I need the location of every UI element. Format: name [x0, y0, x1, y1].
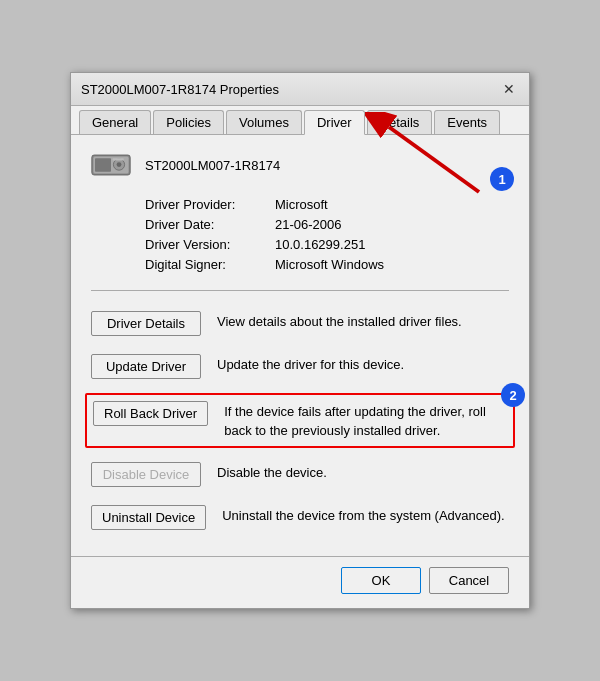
dialog-footer: OK Cancel	[71, 556, 529, 608]
properties-window: ST2000LM007-1R8174 Properties ✕ General …	[70, 72, 530, 608]
tab-policies[interactable]: Policies	[153, 110, 224, 134]
signer-value: Microsoft Windows	[275, 257, 509, 272]
disable-device-description: Disable the device.	[217, 462, 509, 482]
date-value: 21-06-2006	[275, 217, 509, 232]
device-header: ST2000LM007-1R8174	[91, 151, 509, 179]
device-name: ST2000LM007-1R8174	[145, 158, 280, 173]
roll-back-driver-button[interactable]: Roll Back Driver	[93, 401, 208, 426]
device-header-section: ST2000LM007-1R8174 1	[91, 151, 509, 179]
update-driver-row: Update Driver Update the driver for this…	[91, 350, 509, 383]
tab-driver[interactable]: Driver	[304, 110, 365, 135]
driver-tab-content: ST2000LM007-1R8174 1	[71, 135, 529, 555]
provider-value: Microsoft	[275, 197, 509, 212]
tab-bar: General Policies Volumes Driver Details …	[71, 106, 529, 135]
driver-details-row: Driver Details View details about the in…	[91, 307, 509, 340]
svg-point-4	[117, 163, 122, 168]
update-driver-description: Update the driver for this device.	[217, 354, 509, 374]
driver-info-grid: Driver Provider: Microsoft Driver Date: …	[145, 197, 509, 272]
driver-details-description: View details about the installed driver …	[217, 311, 509, 331]
badge-1: 1	[490, 167, 514, 191]
update-driver-button[interactable]: Update Driver	[91, 354, 201, 379]
uninstall-device-row: Uninstall Device Uninstall the device fr…	[91, 501, 509, 534]
signer-label: Digital Signer:	[145, 257, 275, 272]
badge-2: 2	[501, 383, 525, 407]
divider	[91, 290, 509, 291]
tab-details[interactable]: Details	[367, 110, 433, 134]
cancel-button[interactable]: Cancel	[429, 567, 509, 594]
date-label: Driver Date:	[145, 217, 275, 232]
ok-button[interactable]: OK	[341, 567, 421, 594]
disable-device-button: Disable Device	[91, 462, 201, 487]
tab-general[interactable]: General	[79, 110, 151, 134]
tab-volumes[interactable]: Volumes	[226, 110, 302, 134]
close-button[interactable]: ✕	[499, 79, 519, 99]
tab-events[interactable]: Events	[434, 110, 500, 134]
driver-details-button[interactable]: Driver Details	[91, 311, 201, 336]
disable-device-row: Disable Device Disable the device.	[91, 458, 509, 491]
version-value: 10.0.16299.251	[275, 237, 509, 252]
uninstall-device-button[interactable]: Uninstall Device	[91, 505, 206, 530]
provider-label: Driver Provider:	[145, 197, 275, 212]
title-bar: ST2000LM007-1R8174 Properties ✕	[71, 73, 529, 106]
version-label: Driver Version:	[145, 237, 275, 252]
device-icon	[91, 151, 131, 179]
svg-rect-2	[95, 159, 111, 173]
roll-back-driver-row: Roll Back Driver If the device fails aft…	[85, 393, 515, 447]
roll-back-driver-description: If the device fails after updating the d…	[224, 401, 507, 439]
window-title: ST2000LM007-1R8174 Properties	[81, 82, 279, 97]
uninstall-device-description: Uninstall the device from the system (Ad…	[222, 505, 509, 525]
svg-rect-5	[113, 159, 124, 161]
